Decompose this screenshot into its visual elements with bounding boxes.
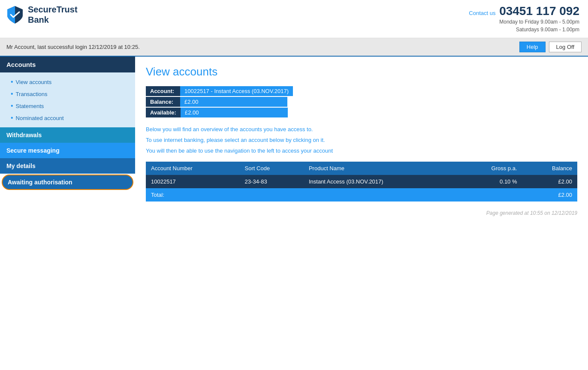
available-row: Available: £2.00 <box>146 108 293 117</box>
cell-product-name: Instant Access (03.NOV.2017) <box>304 175 457 188</box>
cell-sort-code: 23-34-83 <box>240 175 304 188</box>
sidebar-item-nominated-account-label: Nominated account <box>16 115 64 121</box>
logo-area: SecureTrust Bank <box>6 4 78 25</box>
cell-balance: £2.00 <box>522 175 577 188</box>
account-number-row: Account: 10022517 - Instant Access (03.N… <box>146 86 293 96</box>
bullet-icon: • <box>11 78 13 86</box>
col-account-number: Account Number <box>146 162 240 175</box>
main-content: View accounts Account: 10022517 - Instan… <box>135 57 588 357</box>
available-label: Available: <box>146 108 181 117</box>
cell-account-number: 10022517 <box>146 175 240 188</box>
footer-empty3 <box>457 188 522 202</box>
top-bar-buttons: Help Log Off <box>519 42 582 52</box>
contact-area: Contact us 03451 117 092 Monday to Frida… <box>469 4 579 33</box>
sidebar-item-transactions[interactable]: • Transactions <box>0 88 135 100</box>
sidebar-item-awaiting-authorisation[interactable]: Awaiting authorisation <box>2 174 133 190</box>
accounts-header: Accounts <box>0 57 135 72</box>
sidebar-item-transactions-label: Transactions <box>16 91 48 97</box>
sidebar-item-view-accounts[interactable]: • View accounts <box>0 76 135 88</box>
page-generated: Page generated at 10:55 on 12/12/2019 <box>146 210 577 216</box>
col-balance: Balance <box>522 162 577 175</box>
main-layout: Accounts • View accounts • Transactions … <box>0 57 588 357</box>
hours-line1: Monday to Friday 9.00am - 5.00pm <box>469 18 579 26</box>
bullet-icon: • <box>11 114 13 122</box>
help-button[interactable]: Help <box>519 42 546 52</box>
brand-name: SecureTrust Bank <box>28 4 78 25</box>
accounts-sub-menu: • View accounts • Transactions • Stateme… <box>0 72 135 127</box>
contact-label: Contact us <box>469 10 495 16</box>
sidebar-item-view-accounts-label: View accounts <box>16 79 52 85</box>
login-info: Mr Account, last successful login 12/12/… <box>6 44 140 50</box>
balance-row: Balance: £2.00 <box>146 97 293 107</box>
logoff-button[interactable]: Log Off <box>549 42 582 52</box>
page-title: View accounts <box>146 65 577 78</box>
phone-number: 03451 117 092 <box>499 4 579 18</box>
account-label: Account: <box>146 86 180 96</box>
bullet-icon: • <box>11 102 13 110</box>
top-bar: Mr Account, last successful login 12/12/… <box>0 38 588 57</box>
info-line2: To use internet banking, please select a… <box>146 137 577 143</box>
logo-icon <box>6 5 24 24</box>
info-line1: Below you will find an overview of the a… <box>146 126 577 132</box>
contact-line: Contact us 03451 117 092 <box>469 4 579 18</box>
balance-label: Balance: <box>146 97 180 107</box>
footer-empty1 <box>240 188 304 202</box>
cell-gross-pa: 0.10 % <box>457 175 522 188</box>
table-row[interactable]: 10022517 23-34-83 Instant Access (03.NOV… <box>146 175 577 188</box>
sidebar-item-nominated-account[interactable]: • Nominated account <box>0 112 135 124</box>
sidebar-item-statements-label: Statements <box>16 103 44 109</box>
hours-line2: Saturdays 9.00am - 1.00pm <box>469 26 579 33</box>
col-gross-pa: Gross p.a. <box>457 162 522 175</box>
footer-balance: £2.00 <box>522 188 577 202</box>
hours: Monday to Friday 9.00am - 5.00pm Saturda… <box>469 18 579 33</box>
table-header-row: Account Number Sort Code Product Name Gr… <box>146 162 577 175</box>
col-product-name: Product Name <box>304 162 457 175</box>
footer-empty2 <box>304 188 457 202</box>
balance-value: £2.00 <box>180 97 287 107</box>
account-summary: Account: 10022517 - Instant Access (03.N… <box>146 86 293 118</box>
sidebar-item-my-details[interactable]: My details <box>0 158 135 174</box>
table-footer-row: Total: £2.00 <box>146 188 577 202</box>
footer-label: Total: <box>146 188 240 202</box>
sidebar: Accounts • View accounts • Transactions … <box>0 57 135 357</box>
bullet-icon: • <box>11 90 13 98</box>
sidebar-item-withdrawals[interactable]: Withdrawals <box>0 127 135 143</box>
sidebar-item-statements[interactable]: • Statements <box>0 100 135 112</box>
info-line3: You will then be able to use the navigat… <box>146 147 577 154</box>
available-value: £2.00 <box>181 108 288 117</box>
col-sort-code: Sort Code <box>240 162 304 175</box>
accounts-table: Account Number Sort Code Product Name Gr… <box>146 162 577 202</box>
account-value: 10022517 - Instant Access (03.NOV.2017) <box>180 86 293 96</box>
sidebar-item-secure-messaging[interactable]: Secure messaging <box>0 143 135 158</box>
site-header: SecureTrust Bank Contact us 03451 117 09… <box>0 0 588 38</box>
